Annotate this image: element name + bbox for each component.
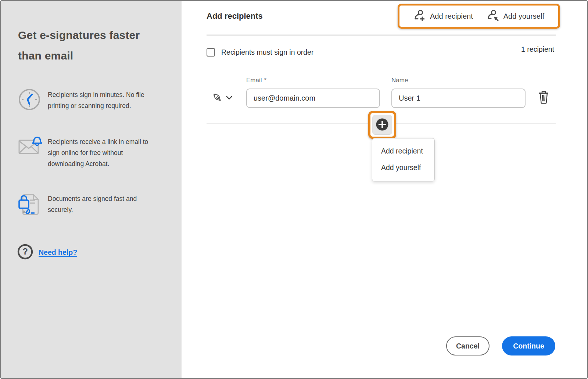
feature-text: Documents are signed fast and securely. bbox=[48, 192, 158, 215]
menu-item-add-yourself[interactable]: Add yourself bbox=[372, 159, 434, 176]
add-recipient-plus-button[interactable] bbox=[372, 115, 392, 135]
feature-text: Recipients sign in minutes. No file prin… bbox=[48, 88, 158, 111]
recipient-name-input[interactable] bbox=[391, 89, 526, 108]
add-yourself-label: Add yourself bbox=[503, 12, 544, 21]
recipient-email-input[interactable] bbox=[246, 89, 380, 108]
page-title: Add recipients bbox=[207, 11, 263, 21]
clock-icon bbox=[18, 88, 41, 112]
plus-circle-icon bbox=[376, 118, 389, 132]
cancel-button[interactable]: Cancel bbox=[446, 336, 490, 355]
need-help-link[interactable]: Need help? bbox=[39, 248, 77, 257]
continue-button[interactable]: Continue bbox=[502, 336, 555, 355]
recipient-count: 1 recipient bbox=[521, 45, 554, 54]
add-yourself-button[interactable]: Add yourself bbox=[487, 10, 544, 23]
trash-icon bbox=[538, 100, 549, 105]
email-link-icon bbox=[18, 135, 41, 158]
help-row: ? Need help? bbox=[17, 244, 77, 261]
recipient-role-dropdown[interactable] bbox=[212, 92, 232, 104]
pen-nib-icon bbox=[212, 92, 223, 104]
menu-item-add-recipient[interactable]: Add recipient bbox=[372, 143, 434, 159]
add-recipient-icon bbox=[413, 10, 426, 23]
svg-text:?: ? bbox=[22, 246, 28, 256]
name-field-label: Name bbox=[391, 77, 408, 84]
add-recipient-button[interactable]: Add recipient bbox=[413, 10, 473, 23]
sign-in-order-label: Recipients must sign in order bbox=[221, 48, 313, 57]
delete-recipient-button[interactable] bbox=[538, 91, 549, 105]
email-field-label: Email* bbox=[246, 77, 266, 84]
feature-email-link: Recipients receive a link in email to si… bbox=[18, 135, 169, 169]
header-divider bbox=[207, 35, 556, 36]
sign-in-order-row: Recipients must sign in order bbox=[207, 48, 313, 57]
top-actions-highlight: Add recipient Add yourself bbox=[398, 4, 560, 29]
add-yourself-icon bbox=[487, 10, 499, 23]
add-recipient-label: Add recipient bbox=[430, 12, 473, 21]
sidebar-heading: Get e-signatures faster than email bbox=[18, 25, 161, 66]
add-dropdown-menu: Add recipient Add yourself bbox=[372, 138, 435, 181]
required-asterisk: * bbox=[264, 77, 267, 84]
feature-secure-signing: Documents are signed fast and securely. bbox=[18, 192, 169, 218]
info-sidebar: Get e-signatures faster than email Recip… bbox=[1, 1, 182, 378]
question-mark-icon: ? bbox=[17, 244, 33, 261]
secure-document-icon bbox=[18, 192, 41, 218]
feature-sign-in-minutes: Recipients sign in minutes. No file prin… bbox=[18, 88, 169, 112]
sign-in-order-checkbox[interactable] bbox=[207, 48, 215, 57]
feature-text: Recipients receive a link in email to si… bbox=[48, 135, 158, 169]
add-recipients-dialog: Get e-signatures faster than email Recip… bbox=[0, 0, 588, 379]
chevron-down-icon bbox=[226, 95, 232, 101]
add-button-highlight bbox=[368, 111, 396, 139]
